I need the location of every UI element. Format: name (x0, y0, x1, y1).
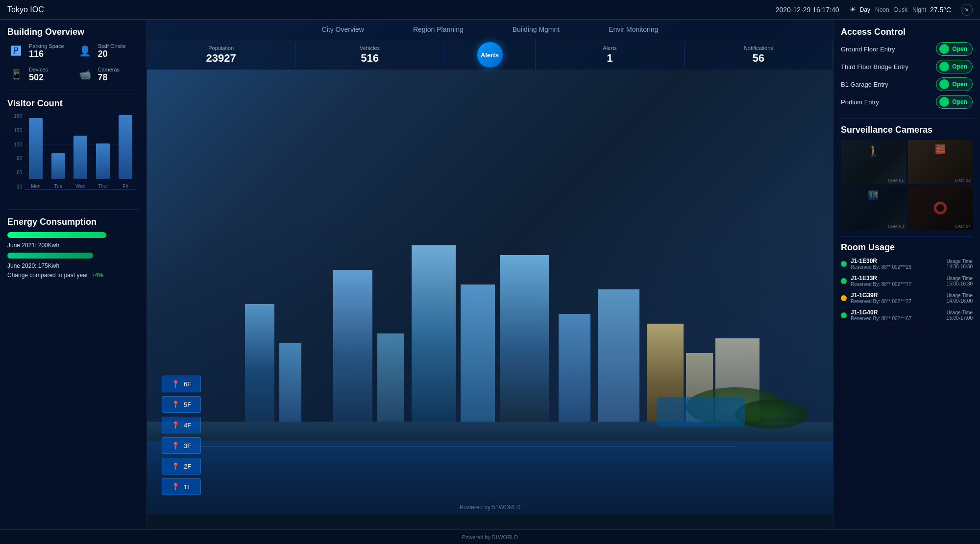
room-0-name: J1-1E30R (851, 258, 943, 264)
bar-mon: Mon (29, 118, 43, 189)
cam2-inner: 🧱 CAM 02 (908, 140, 973, 184)
energy-current-label: June 2021: 200Kwh (7, 242, 139, 249)
room-2-name: J1-1G39R (851, 292, 943, 299)
floor-btn-5f[interactable]: 📍 5F (162, 396, 201, 413)
bar-wed: Wed (74, 136, 87, 189)
day-options[interactable]: Day Noon Dusk Night (860, 6, 926, 13)
bar-tue-bar (51, 153, 65, 179)
toggle-ground-text: Open (952, 46, 967, 52)
parking-icon: 🅿 (7, 42, 25, 60)
app-title: Tokyo IOC (7, 5, 44, 14)
staff-value: 20 (98, 49, 126, 59)
floor-4f-label: 4F (184, 422, 191, 429)
room-1-name: J1-1E33R (851, 275, 943, 282)
energy-prev-label: June 2020: 175Kwh (7, 262, 139, 269)
ac-ground-toggle[interactable]: Open (936, 42, 973, 56)
alerts-circle-label: Alerts (481, 51, 499, 59)
room-2-usage-time: 14:00-16:00 (947, 298, 973, 304)
notifications-value: 56 (753, 52, 764, 65)
datetime: 2020-12-29 16:17:40 (776, 6, 839, 14)
ac-b1-toggle[interactable]: Open (936, 77, 973, 91)
ac-podium-toggle[interactable]: Open (936, 95, 973, 109)
ac-row-podium: Podium Entry Open (841, 95, 973, 109)
tab-city-overview[interactable]: City Overview (297, 22, 389, 38)
floor-btn-3f[interactable]: 📍 3F (162, 437, 201, 454)
staff-label: Staff Onsite (98, 43, 126, 49)
stats-bar: Population 23927 Vehicles 516 Alerts Ale… (147, 40, 833, 70)
room-2-info: J1-1G39R Reserved By: 88** 002***27 (851, 292, 943, 304)
devices-stat: 📱 Devices 502 (7, 66, 71, 83)
devices-value: 502 (29, 72, 48, 83)
room-1-time: Usage Time 15:00-16:30 (947, 276, 973, 286)
camera-3[interactable]: 🌃 CAM 03 (841, 186, 906, 230)
left-panel: Building Overview 🅿 Parking Space 116 👤 … (0, 20, 147, 544)
ac-row-third: Third Floor Bridge Entry Open (841, 60, 973, 73)
top-bar-right: 2020-12-29 16:17:40 ☀ Day Noon Dusk Nigh… (776, 4, 973, 16)
room-0-usage-label: Usage Time (947, 259, 973, 264)
population-label: Population (208, 45, 234, 51)
ac-ground-label: Ground Floor Entry (841, 46, 895, 53)
tab-envir-monitoring[interactable]: Envir Monitoring (584, 22, 683, 38)
camera-1[interactable]: 🚶 CAM 01 (841, 140, 906, 184)
bar-wed-bar (74, 136, 87, 179)
floor-2f-label: 2F (184, 463, 191, 470)
toggle-podium-text: Open (952, 98, 967, 105)
cameras-value: 78 (98, 72, 120, 83)
day-option-night[interactable]: Night (912, 6, 926, 13)
energy-title: Energy Consumption (7, 217, 139, 227)
parking-stat: 🅿 Parking Space 116 (7, 42, 71, 60)
alerts-value: 1 (607, 52, 612, 65)
floor-btn-2f[interactable]: 📍 2F (162, 458, 201, 474)
floor-6f-label: 6F (184, 380, 191, 388)
room-1-usage-label: Usage Time (947, 276, 973, 281)
ac-b1-label: B1 Garage Entry (841, 81, 888, 88)
tab-building-mgmnt[interactable]: Building Mgmnt (488, 22, 585, 38)
building-overview-title: Building Overview (7, 27, 139, 37)
tab-region-planning[interactable]: Region Planning (389, 22, 488, 38)
floor-5f-icon: 📍 (172, 401, 180, 408)
cam3-inner: 🌃 CAM 03 (841, 186, 906, 230)
floor-btn-1f[interactable]: 📍 1F (162, 478, 201, 495)
bar-fri-bar (119, 115, 132, 179)
staff-stat: 👤 Staff Onsite 20 (76, 42, 140, 60)
stat-population: Population 23927 (147, 43, 295, 67)
ac-podium-label: Podium Entry (841, 98, 879, 106)
room-0-usage-time: 14:30-16:30 (947, 264, 973, 269)
bar-tue-label: Tue (54, 184, 62, 189)
y-label-30: 30 (7, 184, 22, 189)
toggle-third-text: Open (952, 63, 967, 70)
room-usage-title: Room Usage (841, 242, 973, 253)
energy-section: Energy Consumption June 2021: 200Kwh Jun… (7, 217, 139, 279)
y-label-150: 150 (7, 128, 22, 133)
surveillance-title: Surveillance Cameras (841, 125, 973, 135)
stat-alerts-center[interactable]: Alerts (444, 40, 536, 70)
toggle-circle (939, 79, 949, 89)
close-button[interactable]: × (961, 4, 973, 16)
top-bar: Tokyo IOC 2020-12-29 16:17:40 ☀ Day Noon… (0, 0, 980, 20)
toggle-circle (939, 62, 949, 71)
staff-text: Staff Onsite 20 (98, 43, 126, 59)
floor-2f-icon: 📍 (172, 462, 180, 470)
day-option-day[interactable]: Day (860, 6, 870, 13)
room-row-0: J1-1E30R Reserved By: 88** 002***26 Usag… (841, 258, 973, 270)
floor-btn-6f[interactable]: 📍 6F (162, 376, 201, 392)
camera-2[interactable]: 🧱 CAM 02 (908, 140, 973, 184)
powered-by: Powered by 51WORLD (460, 504, 521, 511)
toggle-circle (939, 44, 949, 54)
ac-third-label: Third Floor Bridge Entry (841, 63, 908, 71)
ac-third-toggle[interactable]: Open (936, 60, 973, 73)
camera-4[interactable]: ⭕ CAM 04 (908, 186, 973, 230)
ac-row-ground: Ground Floor Entry Open (841, 42, 973, 56)
alerts-circle[interactable]: Alerts (477, 42, 503, 68)
day-option-noon[interactable]: Noon (875, 6, 889, 13)
devices-text: Devices 502 (29, 67, 48, 83)
y-label-90: 90 (7, 156, 22, 161)
room-3-reserved: Reserved By: 88** 002***67 (851, 316, 943, 321)
bar-wed-label: Wed (75, 184, 85, 189)
floor-btn-4f[interactable]: 📍 4F (162, 417, 201, 433)
day-option-dusk[interactable]: Dusk (894, 6, 907, 13)
y-label-180: 180 (7, 114, 22, 119)
room-0-status-dot (841, 261, 847, 267)
bar-thur-bar (96, 143, 110, 179)
room-3-usage-time: 15:00-17:00 (947, 315, 973, 321)
